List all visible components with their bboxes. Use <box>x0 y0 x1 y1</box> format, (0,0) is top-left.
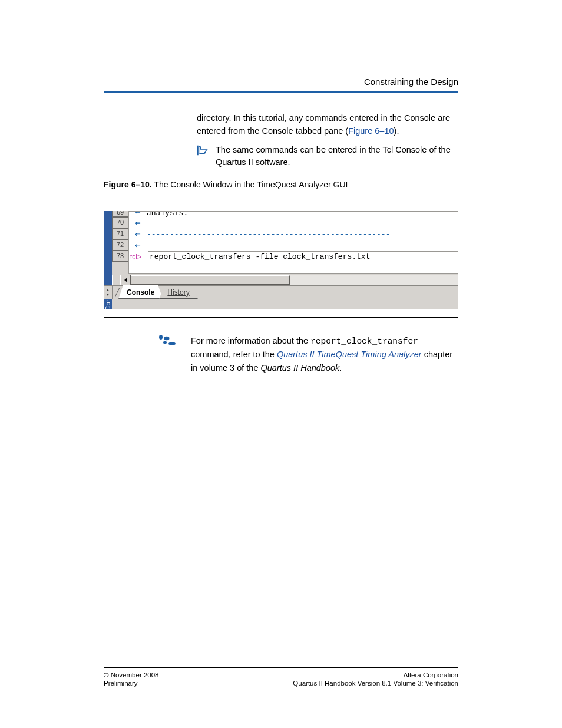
console-input-row: tcl> report_clock_transfers -file clock_… <box>129 251 458 262</box>
output-arrow-icon: ⇐ <box>129 229 147 240</box>
figure-reference-link[interactable]: Figure 6–10 <box>348 126 394 136</box>
info-text-part: command, refer to the <box>191 350 277 359</box>
tab-history[interactable]: History <box>159 286 197 299</box>
svg-point-4 <box>163 341 167 344</box>
line-number-cell: 70 <box>112 217 128 228</box>
tabbar-filler <box>198 286 458 299</box>
figure-bottom-rule <box>104 317 458 318</box>
figure-caption-text: The Console Window in the TimeQuest Anal… <box>154 180 348 189</box>
footer-status: Preliminary <box>104 680 138 687</box>
svg-rect-0 <box>197 145 199 155</box>
scrollbar-corner <box>112 275 120 285</box>
svg-point-5 <box>168 342 176 345</box>
figure-frame: Console 69 70 71 72 73 ⇐ analysis. ⇐ ⇐ -… <box>104 211 458 309</box>
console-row: ⇐ <box>129 218 458 229</box>
line-number-gutter: 69 70 71 72 73 <box>112 211 128 262</box>
page-title: Constraining the Design <box>104 77 458 87</box>
note-text: The same commands can be entered in the … <box>216 144 458 170</box>
tab-label: Console <box>127 288 154 297</box>
console-divider-dashes: ----------------------------------------… <box>147 230 390 239</box>
console-input[interactable]: report_clock_transfers -file clock_trans… <box>148 251 458 262</box>
console-output-area[interactable]: ⇐ analysis. ⇐ ⇐ ------------------------… <box>128 211 458 274</box>
console-row: ⇐ analysis. <box>129 212 458 218</box>
triangle-left-icon <box>124 278 127 282</box>
output-arrow-icon: ⇐ <box>129 240 147 251</box>
console-input-value: report_clock_transfers -file clock_trans… <box>150 252 370 261</box>
scrollbar-thumb[interactable] <box>131 275 290 285</box>
footer-company: Altera Corporation <box>404 671 458 678</box>
page-header: Constraining the Design <box>104 0 458 93</box>
line-number-cell: 71 <box>112 228 128 239</box>
output-arrow-icon: ⇐ <box>129 218 147 229</box>
up-down-arrows-icon: ▲▼ <box>106 288 110 297</box>
tab-label: History <box>167 288 189 297</box>
footer-rule <box>104 667 458 668</box>
console-tabbar: ▲▼ Console History <box>104 285 458 299</box>
console-row: ⇐ <box>129 240 458 251</box>
header-rule <box>104 91 458 93</box>
info-text-part: . <box>339 363 342 373</box>
figure-top-rule <box>104 193 458 193</box>
figure-caption: Figure 6–10. The Console Window in the T… <box>104 180 458 189</box>
body-text-line2a: from the Console tabbed pane ( <box>228 126 348 136</box>
line-number-cell: 72 <box>112 239 128 251</box>
svg-point-3 <box>164 337 170 340</box>
chapter-link[interactable]: Quartus II TimeQuest Timing Analyzer <box>277 350 422 359</box>
horizontal-scrollbar[interactable] <box>112 275 458 285</box>
note-block: The same commands can be entered in the … <box>197 144 458 170</box>
body-text-line2b: ). <box>394 126 399 136</box>
console-screenshot: Console 69 70 71 72 73 ⇐ analysis. ⇐ ⇐ -… <box>104 211 458 309</box>
svg-point-2 <box>159 335 163 340</box>
tcl-prompt: tcl> <box>129 253 148 261</box>
footer-handbook-ref: Quartus II Handbook Version 8.1 Volume 3… <box>293 680 458 687</box>
info-note-block: For more information about the report_cl… <box>157 334 458 374</box>
scroll-left-button[interactable] <box>120 275 131 285</box>
figure-caption-number: Figure 6–10. <box>104 180 152 189</box>
code-command: report_clock_transfer <box>310 337 418 346</box>
footsteps-icon <box>157 334 179 350</box>
footer-copyright: © November 2008 <box>104 671 159 678</box>
body-paragraph: directory. In this tutorial, any command… <box>104 112 458 138</box>
svg-line-1 <box>115 288 120 297</box>
console-row: ⇐ --------------------------------------… <box>129 229 458 240</box>
info-text-part: For more information about the <box>191 336 310 345</box>
output-arrow-icon: ⇐ <box>129 212 147 218</box>
scrollbar-track[interactable] <box>131 275 458 285</box>
pointing-hand-icon <box>197 145 210 158</box>
handbook-title: Quartus II Handbook <box>261 363 340 373</box>
console-text-cut: analysis. <box>147 212 188 218</box>
pane-resize-grip[interactable]: ▲▼ <box>104 286 113 299</box>
page-footer: © November 2008 Altera Corporation Preli… <box>104 664 458 687</box>
text-caret <box>371 253 371 261</box>
line-number-cell: 69 <box>112 211 128 217</box>
info-note-text: For more information about the report_cl… <box>191 334 458 374</box>
tab-console[interactable]: Console <box>118 285 163 299</box>
link-text: Quartus II TimeQuest Timing Analyzer <box>277 350 422 359</box>
line-number-cell: 73 <box>112 251 128 262</box>
